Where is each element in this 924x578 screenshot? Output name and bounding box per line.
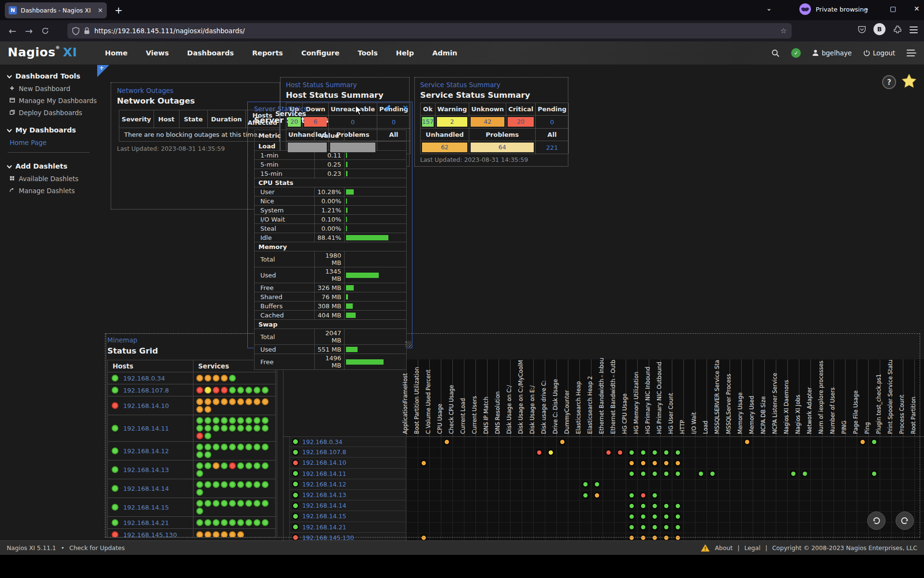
service-status-dot-green[interactable] bbox=[229, 387, 236, 394]
service-status-dot-green[interactable] bbox=[221, 481, 228, 488]
service-status-dot-orange[interactable] bbox=[229, 398, 236, 405]
nav-item-reports[interactable]: Reports bbox=[252, 49, 283, 57]
host-summary-value-cell[interactable] bbox=[286, 141, 329, 154]
service-status-dot-orange[interactable] bbox=[196, 406, 203, 413]
service-status-dot-green[interactable] bbox=[582, 481, 589, 487]
status-check-icon[interactable]: ✓ bbox=[791, 48, 801, 58]
service-status-dot-green[interactable] bbox=[229, 417, 236, 424]
reset-view-button[interactable] bbox=[867, 512, 886, 530]
nagios-logo[interactable]: Nagios®XI bbox=[8, 45, 77, 59]
service-status-dot-orange[interactable] bbox=[663, 460, 669, 466]
service-status-dot-orange[interactable] bbox=[640, 460, 646, 466]
service-status-dot-green[interactable] bbox=[205, 500, 211, 507]
grid-column-label[interactable]: Ethernet Bandwidth - Inbou bbox=[598, 358, 605, 434]
grid-column-label[interactable]: HG Memory Utilization bbox=[633, 372, 640, 434]
service-status-dot-orange[interactable] bbox=[205, 375, 211, 381]
new-tab-button[interactable]: + bbox=[115, 4, 123, 16]
service-status-dot-green[interactable] bbox=[196, 470, 203, 477]
status-badge-tan[interactable]: 64 bbox=[471, 143, 534, 152]
service-summary-value-cell[interactable]: 0 bbox=[536, 116, 569, 129]
host-status-dot-green[interactable] bbox=[292, 470, 299, 477]
service-summary-title-link[interactable]: Service Status Summary bbox=[420, 81, 500, 89]
service-summary-value-cell[interactable]: 62 bbox=[421, 141, 469, 154]
service-status-dot-green[interactable] bbox=[262, 462, 269, 469]
host-link[interactable]: 192.168.14.15 bbox=[123, 504, 169, 511]
service-status-dot-green[interactable] bbox=[652, 503, 658, 509]
service-status-dot-green[interactable] bbox=[262, 387, 269, 394]
grid-column-label[interactable]: NCPA Listener Service bbox=[771, 373, 778, 434]
service-status-dot-green[interactable] bbox=[245, 387, 252, 394]
service-status-dot-orange[interactable] bbox=[205, 531, 211, 538]
service-status-dot-green[interactable] bbox=[640, 513, 646, 520]
service-summary-value-cell[interactable]: 42 bbox=[469, 116, 506, 129]
service-status-dot-green[interactable] bbox=[205, 519, 211, 526]
dashlet-server-statistics[interactable]: Server Statistics Server Statistics Metr… bbox=[247, 102, 412, 348]
service-status-dot-green[interactable] bbox=[237, 519, 244, 526]
service-status-dot-yellow[interactable] bbox=[548, 449, 554, 456]
service-status-dot-orange[interactable] bbox=[652, 460, 658, 466]
service-status-dot-green[interactable] bbox=[629, 492, 635, 499]
service-status-dot-green[interactable] bbox=[594, 481, 600, 487]
status-badge-red[interactable]: 20 bbox=[508, 117, 534, 127]
grid-column-label[interactable]: Elasticsearch Heap 2 bbox=[587, 376, 593, 434]
service-status-dot-orange[interactable] bbox=[262, 398, 269, 405]
service-status-dot-green[interactable] bbox=[196, 519, 203, 526]
service-status-dot-green[interactable] bbox=[213, 417, 219, 424]
service-status-dot-green[interactable] bbox=[652, 524, 658, 530]
sidebar-item-manage-dashlets[interactable]: Manage Dashlets bbox=[10, 187, 97, 195]
url-bar[interactable]: https://192.168.145.111/nagiosxi/dashboa… bbox=[67, 23, 792, 39]
grid-column-label[interactable]: HG Primary NIC Outbound bbox=[656, 362, 663, 434]
service-status-dot-orange[interactable] bbox=[245, 398, 252, 405]
service-status-dot-orange[interactable] bbox=[221, 398, 228, 405]
service-status-dot-green[interactable] bbox=[205, 425, 211, 432]
grid-column-label[interactable]: Number of Users bbox=[829, 387, 836, 434]
service-status-dot-green[interactable] bbox=[213, 481, 219, 488]
service-status-dot-green[interactable] bbox=[221, 417, 228, 424]
service-status-dot-green[interactable] bbox=[262, 417, 269, 424]
service-status-dot-orange[interactable] bbox=[860, 439, 866, 445]
sidebar-item-deploy-dashboards[interactable]: Deploy Dashboards bbox=[10, 109, 97, 117]
host-link[interactable]: 192.168.0.34 bbox=[123, 375, 165, 382]
service-status-dot-green[interactable] bbox=[663, 524, 669, 530]
host-status-dot-red[interactable] bbox=[112, 531, 118, 538]
host-link[interactable]: 192.168.145.130 bbox=[123, 531, 177, 538]
host-link[interactable]: 192.168.14.11 bbox=[302, 470, 346, 477]
service-status-dot-orange[interactable] bbox=[254, 398, 260, 405]
host-link[interactable]: 192.168.14.10 bbox=[302, 459, 346, 466]
sidebar-section-title[interactable]: Add Dashlets bbox=[7, 162, 97, 170]
service-status-dot-green[interactable] bbox=[229, 444, 236, 450]
grid-column-label[interactable]: Num of iexplore processes bbox=[818, 361, 824, 434]
status-badge-red[interactable]: 6 bbox=[304, 117, 327, 127]
grid-column-label[interactable]: PING bbox=[841, 420, 847, 434]
back-icon[interactable]: ← bbox=[9, 26, 16, 36]
host-status-dot-green[interactable] bbox=[112, 425, 118, 432]
service-status-dot-green[interactable] bbox=[196, 425, 203, 432]
legal-link[interactable]: Legal bbox=[744, 544, 761, 552]
service-status-dot-green[interactable] bbox=[254, 444, 260, 450]
service-status-dot-green[interactable] bbox=[663, 471, 669, 477]
grid-column-label[interactable]: HG Primary NIC Inbound bbox=[644, 367, 651, 434]
service-status-dot-green[interactable] bbox=[790, 471, 796, 477]
grid-column-label[interactable]: Root Partition bbox=[910, 396, 917, 434]
grid-column-label[interactable]: Disk Usage on C:/MyCoolM bbox=[517, 360, 524, 434]
grid-column-label[interactable]: Disk usage drive C: bbox=[540, 381, 547, 434]
grid-column-label[interactable]: Boot Partition Utilization bbox=[413, 367, 420, 434]
host-link[interactable]: 192.168.14.13 bbox=[302, 491, 346, 499]
service-status-dot-orange[interactable] bbox=[237, 398, 244, 405]
warning-icon[interactable] bbox=[701, 544, 710, 552]
extensions-icon[interactable] bbox=[893, 25, 902, 34]
service-status-dot-green[interactable] bbox=[205, 481, 211, 488]
search-icon[interactable] bbox=[771, 49, 780, 57]
service-status-dot-green[interactable] bbox=[254, 462, 260, 469]
service-summary-header-ok[interactable]: Ok bbox=[421, 103, 436, 116]
service-status-dot-green[interactable] bbox=[213, 425, 219, 432]
service-status-dot-green[interactable] bbox=[213, 444, 219, 450]
sidebar-item-manage-my-dashboards[interactable]: Manage My Dashboards bbox=[10, 97, 97, 105]
service-status-dot-orange[interactable] bbox=[229, 531, 236, 538]
service-status-dot-green[interactable] bbox=[196, 508, 203, 514]
service-status-dot-green[interactable] bbox=[245, 444, 252, 450]
host-link[interactable]: 192.168.14.15 bbox=[302, 512, 346, 520]
service-status-dot-red[interactable] bbox=[213, 387, 219, 394]
service-status-dot-green[interactable] bbox=[640, 503, 646, 509]
grid-column-label[interactable]: Drive C: Disk Usage bbox=[552, 379, 559, 434]
